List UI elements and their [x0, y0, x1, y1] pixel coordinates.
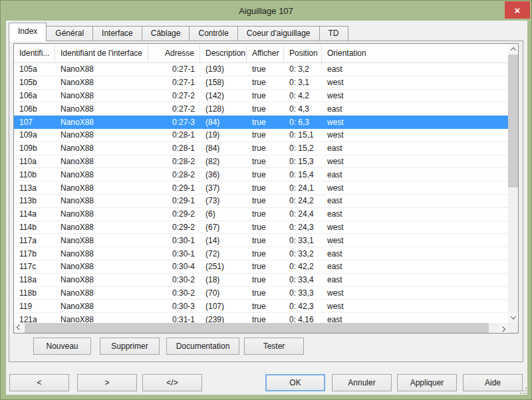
- nav-button-next[interactable]: >: [77, 374, 137, 391]
- nouveau-button[interactable]: Nouveau: [33, 338, 91, 355]
- table-row[interactable]: 118aNanoX880:30-2(18)true0: 33,4east: [14, 274, 508, 287]
- tab-general[interactable]: Général: [46, 26, 93, 41]
- table-row[interactable]: 113aNanoX880:29-1(37)true0: 24,1west: [14, 181, 508, 195]
- cell-adresse: 0:27-3: [148, 116, 200, 128]
- supprimer-button[interactable]: Supprimer: [100, 338, 160, 355]
- column-header-orientation[interactable]: Orientation: [322, 44, 508, 62]
- tester-button[interactable]: Tester: [244, 338, 304, 355]
- tab-td[interactable]: TD: [319, 26, 348, 41]
- table-row[interactable]: 117bNanoX880:30-1(72)true0: 33,2east: [14, 247, 508, 260]
- cell-orientation: east: [322, 208, 508, 221]
- cell-interface: NanoX88: [55, 208, 148, 221]
- cell-id: 118a: [14, 274, 55, 286]
- close-button[interactable]: ×: [505, 1, 530, 19]
- appliquer-button[interactable]: Appliquer: [397, 374, 457, 391]
- cell-id: 110a: [14, 155, 55, 168]
- table-row[interactable]: 107NanoX880:27-3(84)true0: 6,3west: [14, 116, 508, 129]
- scrollbar-corner: [508, 323, 518, 333]
- close-icon: ×: [515, 5, 521, 16]
- table-row[interactable]: 105bNanoX880:27-1(158)true0: 3,1west: [14, 76, 508, 90]
- column-header-adresse[interactable]: Adresse: [148, 44, 200, 62]
- cell-orientation: west: [322, 234, 508, 247]
- cell-afficher: true: [247, 90, 284, 102]
- cell-description: (193): [200, 63, 247, 76]
- scroll-right-button[interactable]: [497, 323, 508, 333]
- cell-interface: NanoX88: [55, 168, 148, 181]
- cell-position: 0: 24,2: [284, 195, 322, 207]
- cell-afficher: true: [247, 300, 284, 312]
- cell-position: 0: 6,3: [284, 116, 322, 128]
- aide-button[interactable]: Aide: [463, 374, 523, 391]
- cell-orientation: east: [322, 260, 508, 273]
- column-header-afficher[interactable]: Afficher: [247, 44, 284, 62]
- table-row[interactable]: 114bNanoX880:29-2(67)true0: 24,3west: [14, 221, 508, 235]
- annuler-button[interactable]: Annuler: [332, 374, 392, 391]
- table-row[interactable]: 109aNanoX880:28-1(19)true0: 15,1west: [14, 129, 508, 142]
- cell-orientation: east: [322, 63, 508, 76]
- cell-adresse: 0:30-4: [148, 260, 200, 273]
- cell-orientation: west: [322, 129, 508, 142]
- tab-interface[interactable]: Interface: [92, 26, 142, 41]
- cell-interface: NanoX88: [55, 274, 148, 286]
- table-row[interactable]: 110aNanoX880:28-2(82)true0: 15,3west: [14, 155, 508, 169]
- vertical-scroll-track[interactable]: [508, 187, 518, 312]
- cell-description: (67): [200, 221, 247, 234]
- cell-description: (19): [200, 129, 247, 142]
- horizontal-scrollbar[interactable]: [14, 323, 508, 333]
- table-row[interactable]: 117cNanoX880:30-4(251)true0: 42,2east: [14, 260, 508, 274]
- horizontal-scroll-thumb[interactable]: [25, 323, 489, 333]
- cell-adresse: 0:27-2: [148, 90, 200, 102]
- cell-afficher: true: [247, 287, 284, 300]
- cell-position: 0: 42,2: [284, 260, 322, 273]
- nav-button-prev[interactable]: <: [9, 374, 69, 391]
- tab-coeur-d-aiguillage[interactable]: Coeur d'aiguillage: [237, 26, 320, 41]
- nav-button-code[interactable]: </>: [142, 374, 202, 391]
- table-row[interactable]: 117aNanoX880:30-1(14)true0: 33,1west: [14, 234, 508, 247]
- vertical-scroll-thumb[interactable]: [508, 54, 518, 187]
- cell-id: 119: [14, 300, 55, 312]
- vertical-scrollbar[interactable]: [508, 44, 518, 323]
- tab-controle[interactable]: Contrôle: [189, 26, 237, 41]
- ok-button[interactable]: OK: [265, 374, 325, 391]
- cell-interface: NanoX88: [55, 116, 148, 128]
- table-row[interactable]: 121aNanoX880:31-1(239)true0: 4,16east: [14, 313, 508, 323]
- table-row[interactable]: 105aNanoX880:27-1(193)true0: 3,2east: [14, 63, 508, 76]
- column-header-interface[interactable]: Identifiant de l'interface: [55, 44, 148, 62]
- cell-adresse: 0:28-2: [148, 168, 200, 181]
- table-row[interactable]: 113bNanoX880:29-1(73)true0: 24,2east: [14, 195, 508, 208]
- cell-position: 0: 33,2: [284, 247, 322, 260]
- table-row[interactable]: 119NanoX880:30-3(107)true0: 42,3west: [14, 300, 508, 313]
- cell-afficher: true: [247, 129, 284, 142]
- table-row[interactable]: 114aNanoX880:29-2(6)true0: 24,4east: [14, 208, 508, 221]
- cell-adresse: 0:28-1: [148, 142, 200, 155]
- tab-index[interactable]: Index: [9, 23, 47, 41]
- cell-position: 0: 42,3: [284, 300, 322, 312]
- scroll-left-button[interactable]: [14, 323, 25, 333]
- chevron-up-icon: [510, 47, 515, 52]
- title-bar[interactable]: Aiguillage 107 ×: [1, 1, 531, 21]
- cell-afficher: true: [247, 168, 284, 181]
- column-header-description[interactable]: Description: [200, 44, 247, 62]
- table-row[interactable]: 118bNanoX880:30-2(70)true0: 33,3west: [14, 287, 508, 300]
- cell-id: 118b: [14, 287, 55, 300]
- table-row[interactable]: 110bNanoX880:28-2(36)true0: 15,4east: [14, 168, 508, 181]
- cell-interface: NanoX88: [55, 129, 148, 142]
- scroll-down-button[interactable]: [508, 312, 518, 323]
- table-row[interactable]: 109bNanoX880:28-1(84)true0: 15,2east: [14, 142, 508, 155]
- resize-grip[interactable]: [520, 387, 527, 394]
- cell-id: 105a: [14, 63, 55, 76]
- tab-cablage[interactable]: Câblage: [142, 26, 190, 41]
- scroll-up-button[interactable]: [508, 44, 518, 54]
- cell-adresse: 0:29-2: [148, 208, 200, 221]
- cell-orientation: east: [322, 142, 508, 155]
- documentation-button[interactable]: Documentation: [166, 338, 239, 355]
- column-header-position[interactable]: Position: [284, 44, 322, 62]
- cell-id: 105b: [14, 76, 55, 89]
- cell-adresse: 0:29-1: [148, 181, 200, 194]
- column-header-id[interactable]: Identifi...: [14, 44, 55, 62]
- cell-orientation: west: [322, 90, 508, 102]
- cell-description: (251): [200, 260, 247, 273]
- table-row[interactable]: 106aNanoX880:27-2(142)true0: 4,2west: [14, 90, 508, 103]
- chevron-down-icon: [510, 314, 515, 319]
- table-row[interactable]: 106bNanoX880:27-2(128)true0: 4,3east: [14, 102, 508, 116]
